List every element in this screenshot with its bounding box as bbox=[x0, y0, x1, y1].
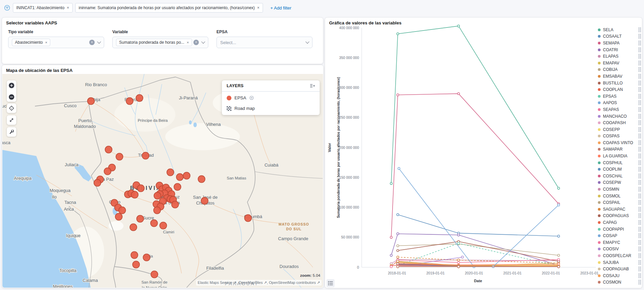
legend-item-cosaalt[interactable]: COSAALT bbox=[598, 33, 641, 40]
legend-actions-icon[interactable] bbox=[639, 280, 641, 285]
legend-actions-icon[interactable] bbox=[639, 87, 641, 92]
legend-actions-icon[interactable] bbox=[639, 260, 641, 265]
legend-item-seapas[interactable]: SEAPAS bbox=[598, 106, 641, 113]
legend-item-coospelcar[interactable]: COOSPELCAR bbox=[598, 252, 641, 259]
legend-item-cosepw[interactable]: COSEPW bbox=[598, 179, 641, 186]
legend-actions-icon[interactable] bbox=[639, 47, 641, 52]
legend-item-cosepp[interactable]: COSEPP bbox=[598, 126, 641, 133]
epsa-marker[interactable] bbox=[172, 201, 178, 208]
legend-item-coopaguab[interactable]: COOPAGUAB bbox=[598, 266, 641, 272]
map-attribution[interactable]: Elastic Maps Service ↗, OpenMapTiles ↗, … bbox=[196, 280, 322, 286]
remove-value-icon[interactable]: × bbox=[45, 40, 47, 44]
remove-filter-icon[interactable]: × bbox=[257, 6, 260, 10]
chevron-down-icon[interactable] bbox=[201, 40, 205, 43]
legend-actions-icon[interactable] bbox=[639, 267, 641, 271]
legend-item-coatri[interactable]: COATRI bbox=[598, 46, 641, 53]
epsa-marker[interactable] bbox=[104, 168, 111, 175]
legend-item-samapar[interactable]: SAMAPAR bbox=[598, 146, 641, 153]
legend-actions-icon[interactable] bbox=[639, 81, 641, 85]
legend-actions-icon[interactable] bbox=[639, 174, 641, 178]
legend-item-cospail[interactable]: COSPAIL bbox=[598, 199, 641, 206]
epsa-marker[interactable] bbox=[131, 191, 138, 198]
zoom-out-button[interactable] bbox=[7, 92, 16, 102]
legend-actions-icon[interactable] bbox=[639, 94, 641, 99]
legend-item-cooapash[interactable]: COOAPASH bbox=[598, 119, 641, 126]
tipo-variable-combobox[interactable]: Abastecimiento × × bbox=[8, 37, 104, 48]
layer-item-roadmap[interactable]: Road map bbox=[222, 103, 320, 115]
legend-actions-icon[interactable] bbox=[639, 54, 641, 59]
layer-filter-icon[interactable] bbox=[249, 96, 254, 100]
legend-item-cooplim[interactable]: COOPLIM bbox=[598, 166, 641, 173]
legend-item-saguapac[interactable]: SAGUAPAC bbox=[598, 206, 641, 213]
legend-item-cosphul[interactable]: COSPHUL bbox=[598, 159, 641, 166]
epsa-marker[interactable] bbox=[201, 197, 208, 204]
epsa-marker[interactable] bbox=[130, 224, 137, 231]
legend-item-la-guardia[interactable]: LA GUARDIA bbox=[598, 153, 641, 159]
legend-actions-icon[interactable] bbox=[639, 100, 641, 105]
epsa-marker[interactable] bbox=[126, 98, 133, 104]
legend-item-elapas[interactable]: ELAPAS bbox=[598, 53, 641, 60]
legend-actions-icon[interactable] bbox=[639, 194, 641, 198]
epsa-marker[interactable] bbox=[154, 192, 161, 199]
legend-item-coopaguas[interactable]: COOPAGUAS bbox=[598, 213, 641, 219]
legend-actions-icon[interactable] bbox=[639, 134, 641, 138]
epsa-marker[interactable] bbox=[167, 169, 174, 176]
epsa-marker[interactable] bbox=[131, 252, 138, 258]
legend-item-coapas-vinto[interactable]: COAPAS VINTO bbox=[598, 139, 641, 146]
set-view-crosshair-button[interactable] bbox=[7, 103, 16, 113]
legend-item-cobija[interactable]: COBIJA bbox=[598, 66, 641, 73]
legend-actions-icon[interactable] bbox=[639, 27, 641, 32]
legend-item-bustillo[interactable]: BUSTILLO bbox=[598, 80, 641, 86]
chevron-down-icon[interactable] bbox=[305, 40, 309, 43]
filter-pill[interactable]: ININCAT1: Abastecimiento× bbox=[13, 3, 73, 13]
zoom-in-button[interactable] bbox=[7, 81, 16, 90]
legend-toggle-button[interactable] bbox=[326, 279, 335, 287]
remove-value-icon[interactable]: × bbox=[187, 40, 189, 44]
epsa-marker[interactable] bbox=[137, 185, 144, 192]
legend-item-coschal[interactable]: COSCHAL bbox=[598, 173, 641, 179]
epsa-marker[interactable] bbox=[137, 215, 144, 222]
remove-filter-icon[interactable]: × bbox=[67, 6, 69, 10]
epsa-select[interactable]: Select... bbox=[216, 37, 312, 48]
map-tools-wrench-button[interactable] bbox=[7, 127, 16, 137]
filter-pill[interactable]: ininname: Sumatoria ponderada de horas p… bbox=[75, 3, 263, 13]
legend-item-cosaju[interactable]: COSAJU bbox=[598, 272, 641, 279]
epsa-marker[interactable] bbox=[115, 213, 122, 220]
legend-item-manchaco[interactable]: MANCHACO bbox=[598, 113, 641, 120]
epsa-marker[interactable] bbox=[198, 176, 205, 182]
tipo-variable-value-pill[interactable]: Abastecimiento × bbox=[12, 39, 50, 46]
legend-actions-icon[interactable] bbox=[639, 114, 641, 119]
legend-actions-icon[interactable] bbox=[639, 240, 641, 245]
legend-item-cooplan[interactable]: COOPLAN bbox=[598, 86, 641, 93]
epsa-marker[interactable] bbox=[136, 95, 143, 101]
legend-actions-icon[interactable] bbox=[639, 127, 641, 132]
epsa-marker[interactable] bbox=[119, 207, 126, 214]
epsa-marker[interactable] bbox=[105, 146, 112, 153]
legend-actions-icon[interactable] bbox=[639, 180, 641, 185]
legend-item-semapa[interactable]: SEMAPA bbox=[598, 40, 641, 46]
epsa-marker[interactable] bbox=[183, 172, 190, 179]
legend-actions-icon[interactable] bbox=[639, 34, 641, 39]
legend-actions-icon[interactable] bbox=[639, 74, 641, 79]
legend-item-cosmon[interactable]: COSMON bbox=[598, 279, 641, 286]
epsa-marker[interactable] bbox=[88, 98, 94, 104]
legend-actions-icon[interactable] bbox=[639, 147, 641, 152]
legend-item-cosmol[interactable]: COSMOL bbox=[598, 193, 641, 199]
filter-icon[interactable] bbox=[4, 5, 10, 11]
legend-actions-icon[interactable] bbox=[639, 213, 641, 218]
epsa-marker[interactable] bbox=[116, 153, 123, 160]
legend-item-emsabav[interactable]: EMSABAV bbox=[598, 73, 641, 80]
legend-actions-icon[interactable] bbox=[639, 154, 641, 158]
epsa-marker[interactable] bbox=[174, 183, 181, 190]
epsa-marker[interactable] bbox=[143, 254, 150, 261]
clear-selection-icon[interactable]: × bbox=[193, 40, 199, 45]
epsa-marker[interactable] bbox=[142, 152, 149, 159]
legend-item-cosmin[interactable]: COSMIN bbox=[598, 186, 641, 193]
epsa-marker[interactable] bbox=[154, 207, 160, 214]
legend-actions-icon[interactable] bbox=[639, 187, 641, 192]
legend-actions-icon[interactable] bbox=[639, 247, 641, 251]
layer-item-epsa[interactable]: EPSA bbox=[222, 92, 320, 103]
legend-item-sajuba[interactable]: SAJUBA bbox=[598, 259, 641, 266]
legend-item-epsas[interactable]: EPSAS bbox=[598, 93, 641, 100]
legend-item-cosap[interactable]: COSAP bbox=[598, 232, 641, 239]
